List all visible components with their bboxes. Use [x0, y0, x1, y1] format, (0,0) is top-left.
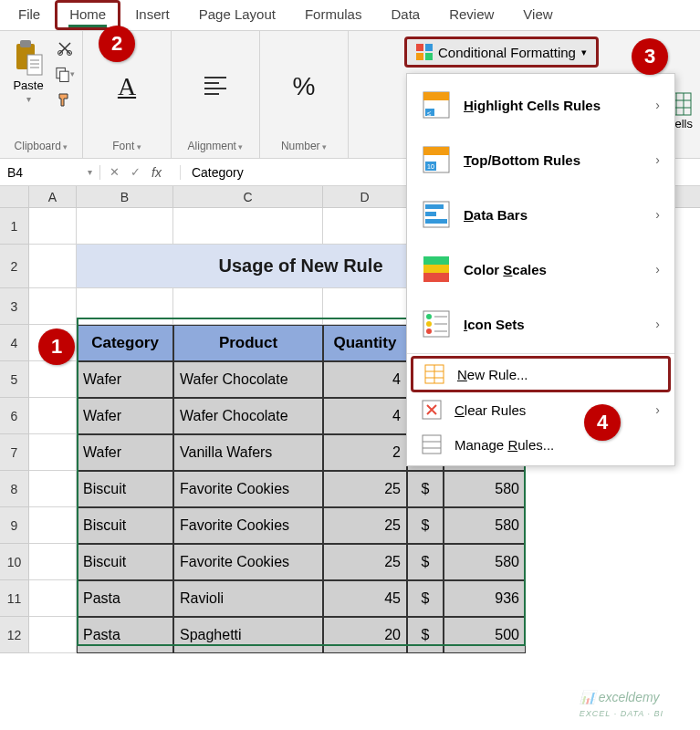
- cell[interactable]: [323, 288, 407, 325]
- menu-color-scales[interactable]: Color Scales ›: [407, 242, 674, 297]
- alignment-group-label[interactable]: Alignment: [179, 138, 252, 154]
- cell[interactable]: Wafer: [77, 434, 173, 471]
- formula-input[interactable]: Category: [180, 165, 244, 180]
- name-box[interactable]: B4 ▾: [0, 165, 100, 180]
- cell[interactable]: Wafer Chocolate: [173, 361, 323, 398]
- tab-view[interactable]: View: [508, 0, 567, 30]
- row-header[interactable]: 3: [0, 288, 29, 325]
- menu-top-bottom-rules[interactable]: 10 Top/Bottom Rules ›: [407, 132, 674, 187]
- cell[interactable]: 2: [323, 434, 407, 471]
- tab-insert[interactable]: Insert: [120, 0, 184, 30]
- cell[interactable]: 20: [323, 617, 407, 653]
- cell[interactable]: 25: [323, 507, 407, 544]
- number-group-label[interactable]: Number: [267, 138, 340, 154]
- cell[interactable]: Category: [77, 325, 173, 361]
- cell[interactable]: Biscuit: [77, 471, 173, 507]
- row-header[interactable]: 5: [0, 361, 29, 398]
- cell[interactable]: 4: [323, 361, 407, 398]
- col-header-d[interactable]: D: [323, 186, 407, 207]
- cell[interactable]: Product: [173, 325, 323, 361]
- cell[interactable]: 936: [444, 580, 526, 617]
- tab-file[interactable]: File: [4, 0, 55, 30]
- cell[interactable]: 580: [444, 544, 526, 580]
- cell[interactable]: $: [407, 617, 444, 653]
- row-header[interactable]: 8: [0, 471, 29, 507]
- cell[interactable]: Ravioli: [173, 580, 323, 617]
- menu-new-rule[interactable]: New Rule...: [411, 356, 671, 392]
- alignment-icon[interactable]: [201, 70, 230, 103]
- cell[interactable]: [323, 208, 407, 245]
- fx-cancel-button[interactable]: ✕: [110, 165, 120, 179]
- conditional-formatting-button[interactable]: Conditional Formatting ▾: [404, 36, 599, 68]
- cell[interactable]: [173, 208, 323, 245]
- font-icon[interactable]: A: [118, 72, 136, 101]
- cell[interactable]: 580: [444, 471, 526, 507]
- menu-highlight-cells-rules[interactable]: ≤ Highlight Cells Rules ›: [407, 78, 674, 132]
- menu-icon-sets[interactable]: Icon Sets ›: [407, 297, 674, 351]
- menu-data-bars[interactable]: Data Bars ›: [407, 187, 674, 242]
- cell[interactable]: 500: [444, 617, 526, 653]
- tab-formulas[interactable]: Formulas: [290, 0, 377, 30]
- cell[interactable]: [29, 617, 77, 653]
- cell[interactable]: [77, 208, 173, 245]
- row-header[interactable]: 1: [0, 208, 29, 245]
- cell[interactable]: [29, 507, 77, 544]
- tab-data[interactable]: Data: [376, 0, 434, 30]
- cell[interactable]: [29, 580, 77, 617]
- menu-manage-rules[interactable]: Manage Rules...: [407, 427, 674, 462]
- cell[interactable]: Favorite Cookies: [173, 544, 323, 580]
- cell[interactable]: [77, 288, 173, 325]
- tab-review[interactable]: Review: [434, 0, 508, 30]
- cell[interactable]: 25: [323, 544, 407, 580]
- tab-page-layout[interactable]: Page Layout: [184, 0, 290, 30]
- row-header[interactable]: 4: [0, 325, 29, 361]
- clipboard-group-label[interactable]: Clipboard: [7, 138, 75, 154]
- cell[interactable]: Spaghetti: [173, 617, 323, 653]
- cell[interactable]: [29, 434, 77, 471]
- row-header[interactable]: 2: [0, 245, 29, 288]
- col-header-b[interactable]: B: [77, 186, 173, 207]
- cell[interactable]: [29, 245, 77, 288]
- paste-button[interactable]: Paste ▾: [7, 35, 49, 108]
- row-header[interactable]: 11: [0, 580, 29, 617]
- cell[interactable]: Pasta: [77, 617, 173, 653]
- cell[interactable]: $: [407, 580, 444, 617]
- cell[interactable]: 45: [323, 580, 407, 617]
- number-icon[interactable]: %: [293, 72, 316, 101]
- cell[interactable]: [29, 288, 77, 325]
- cell[interactable]: Pasta: [77, 580, 173, 617]
- cell[interactable]: [173, 288, 323, 325]
- cell[interactable]: Wafer: [77, 361, 173, 398]
- menu-clear-rules[interactable]: Clear Rules ›: [407, 392, 674, 427]
- row-header[interactable]: 9: [0, 507, 29, 544]
- cell[interactable]: [29, 208, 77, 245]
- cut-button[interactable]: [55, 38, 75, 58]
- cell[interactable]: Wafer: [77, 398, 173, 434]
- cell[interactable]: Favorite Cookies: [173, 471, 323, 507]
- cell[interactable]: 580: [444, 507, 526, 544]
- cell[interactable]: Favorite Cookies: [173, 507, 323, 544]
- cell[interactable]: Biscuit: [77, 544, 173, 580]
- copy-button[interactable]: ▾: [55, 64, 75, 84]
- cell[interactable]: [29, 361, 77, 398]
- font-group-label[interactable]: Font: [90, 138, 163, 154]
- cell[interactable]: $: [407, 471, 444, 507]
- cell[interactable]: 25: [323, 471, 407, 507]
- cell[interactable]: Vanilla Wafers: [173, 434, 323, 471]
- cell[interactable]: Biscuit: [77, 507, 173, 544]
- cell[interactable]: [29, 471, 77, 507]
- fx-enter-button[interactable]: ✓: [131, 165, 141, 179]
- row-header[interactable]: 6: [0, 398, 29, 434]
- row-header[interactable]: 12: [0, 617, 29, 653]
- cell[interactable]: $: [407, 507, 444, 544]
- select-all-button[interactable]: [0, 186, 29, 207]
- format-painter-button[interactable]: [55, 89, 75, 110]
- cell[interactable]: [29, 398, 77, 434]
- cell[interactable]: $: [407, 544, 444, 580]
- cell[interactable]: [29, 544, 77, 580]
- fx-icon[interactable]: fx: [151, 165, 162, 180]
- row-header[interactable]: 7: [0, 434, 29, 471]
- col-header-a[interactable]: A: [29, 186, 77, 207]
- cell[interactable]: Wafer Chocolate: [173, 398, 323, 434]
- cell[interactable]: 4: [323, 398, 407, 434]
